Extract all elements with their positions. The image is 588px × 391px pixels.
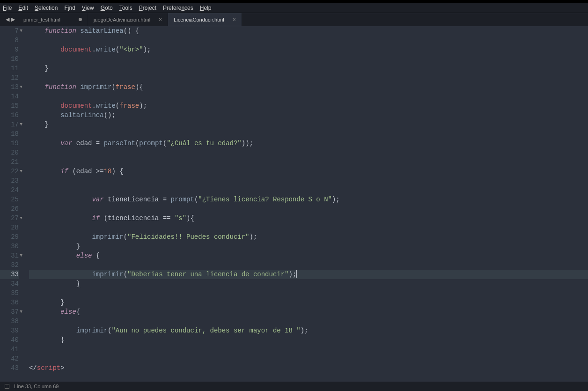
menu-preferences[interactable]: Preferences: [163, 5, 193, 11]
code-line[interactable]: [29, 157, 588, 167]
code-line[interactable]: [29, 36, 588, 45]
menu-selection[interactable]: Selection: [35, 5, 58, 11]
line-number: 28: [0, 223, 19, 232]
code-line[interactable]: [29, 288, 588, 298]
line-number: 25: [0, 195, 19, 204]
line-number: 8: [0, 36, 19, 45]
code-line[interactable]: [29, 204, 588, 214]
code-line[interactable]: }: [29, 242, 588, 251]
tab-label: juegoDeAdivinacion.html: [94, 17, 150, 22]
menu-find[interactable]: Find: [64, 5, 75, 11]
code-line[interactable]: if (tieneLicencia == "s"){: [29, 214, 588, 223]
line-number: 30: [0, 242, 19, 251]
code-line[interactable]: document.write(frase);: [29, 101, 588, 111]
line-number: 39: [0, 326, 19, 335]
line-number: 23: [0, 176, 19, 185]
menu-goto[interactable]: Goto: [101, 5, 113, 11]
line-number: 29: [0, 232, 19, 242]
line-number: 34: [0, 279, 19, 288]
code-line[interactable]: imprimir("Deberias tener una licencia de…: [29, 270, 588, 279]
line-number: 15: [0, 101, 19, 111]
tab-bar: ◀ ▶ primer_test.htmljuegoDeAdivinacion.h…: [0, 13, 588, 26]
code-line[interactable]: }: [29, 64, 588, 73]
menu-view[interactable]: View: [82, 5, 94, 11]
code-line[interactable]: [29, 354, 588, 363]
tab-nav-arrows: ◀ ▶: [3, 13, 18, 26]
line-number: 37▼: [0, 307, 19, 317]
status-cursor-position: Line 33, Column 69: [14, 384, 59, 389]
code-line[interactable]: [29, 92, 588, 101]
status-checkbox-icon[interactable]: [5, 384, 9, 389]
line-number: 22▼: [0, 167, 19, 176]
code-line[interactable]: [29, 260, 588, 270]
line-number: 26: [0, 204, 19, 214]
code-line[interactable]: var edad = parseInt(prompt("¿Cuál es tu …: [29, 139, 588, 148]
code-line[interactable]: [29, 129, 588, 139]
modified-dot-icon[interactable]: [79, 18, 82, 21]
tab-juegoDeAdivinacion-html[interactable]: juegoDeAdivinacion.html×: [88, 13, 168, 26]
line-number: 19: [0, 139, 19, 148]
code-line[interactable]: </script>: [29, 363, 588, 373]
line-number: 18: [0, 129, 19, 139]
code-line[interactable]: function imprimir(frase){: [29, 82, 588, 92]
line-number: 9: [0, 45, 19, 54]
menu-tools[interactable]: Tools: [119, 5, 132, 11]
code-line[interactable]: else {: [29, 251, 588, 260]
text-cursor: [296, 270, 297, 278]
code-line[interactable]: [29, 176, 588, 185]
code-line[interactable]: saltarLinea();: [29, 111, 588, 120]
menu-bar: FileEditSelectionFindViewGotoToolsProjec…: [0, 3, 588, 13]
tab-label: LicenciaConducir.html: [174, 17, 224, 22]
line-number: 20: [0, 148, 19, 157]
code-line[interactable]: }: [29, 298, 588, 307]
code-line[interactable]: [29, 317, 588, 326]
tab-forward-icon[interactable]: ▶: [11, 16, 15, 22]
code-line[interactable]: if (edad >=18) {: [29, 167, 588, 176]
code-line[interactable]: }: [29, 120, 588, 129]
line-number: 43: [0, 363, 19, 373]
line-number: 41: [0, 345, 19, 354]
line-number: 21: [0, 157, 19, 167]
code-line[interactable]: [29, 73, 588, 82]
close-icon[interactable]: ×: [233, 16, 236, 23]
code-line[interactable]: [29, 185, 588, 195]
menu-file[interactable]: File: [3, 5, 12, 11]
code-line[interactable]: [29, 148, 588, 157]
line-number: 36: [0, 298, 19, 307]
line-number: 32: [0, 260, 19, 270]
code-line[interactable]: function saltarLinea() {: [29, 26, 588, 36]
line-number: 31▼: [0, 251, 19, 260]
menu-edit[interactable]: Edit: [18, 5, 28, 11]
line-number: 12: [0, 73, 19, 82]
code-line[interactable]: }: [29, 335, 588, 345]
tab-LicenciaConducir-html[interactable]: LicenciaConducir.html×: [168, 13, 242, 26]
tab-label: primer_test.html: [23, 17, 60, 22]
menu-project[interactable]: Project: [139, 5, 156, 11]
menu-help[interactable]: Help: [200, 5, 212, 11]
code-line[interactable]: [29, 223, 588, 232]
line-number: 27▼: [0, 214, 19, 223]
code-content[interactable]: function saltarLinea() { document.write(…: [22, 26, 588, 382]
line-number: 42: [0, 354, 19, 363]
code-line[interactable]: }: [29, 279, 588, 288]
editor-area[interactable]: 7▼8910111213▼14151617▼1819202122▼2324252…: [0, 26, 588, 382]
line-number: 14: [0, 92, 19, 101]
code-line[interactable]: [29, 345, 588, 354]
code-line[interactable]: else{: [29, 307, 588, 317]
line-number: 7▼: [0, 26, 19, 36]
code-line[interactable]: imprimir("Aun no puedes conducir, debes …: [29, 326, 588, 335]
code-line[interactable]: var tieneLicencia = prompt("¿Tienes lice…: [29, 195, 588, 204]
line-number: 10: [0, 54, 19, 64]
code-line[interactable]: [29, 54, 588, 64]
close-icon[interactable]: ×: [159, 16, 162, 23]
line-number: 13▼: [0, 82, 19, 92]
code-line[interactable]: imprimir("Felicidades!! Puedes conducir"…: [29, 232, 588, 242]
line-number: 35: [0, 288, 19, 298]
tab-primer_test-html[interactable]: primer_test.html: [18, 13, 88, 26]
line-number: 33: [0, 270, 19, 279]
code-line[interactable]: document.write("<br>");: [29, 45, 588, 54]
line-number: 16: [0, 111, 19, 120]
status-bar: Line 33, Column 69: [0, 382, 588, 391]
tab-back-icon[interactable]: ◀: [6, 16, 9, 22]
line-number: 40: [0, 335, 19, 345]
